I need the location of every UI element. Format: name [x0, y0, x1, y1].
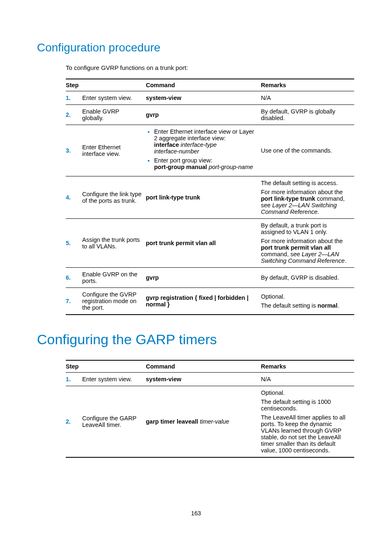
step-number: 2.: [66, 386, 82, 458]
page-number: 163: [0, 510, 392, 517]
table-row: 2. Configure the GARP LeaveAll timer. ga…: [66, 386, 354, 458]
procedure-table-1: Step Command Remarks 1. Enter system vie…: [66, 79, 354, 315]
remarks-text: By default, a trunk port is assigned to …: [261, 219, 354, 268]
remark-line: For more information about the port trun…: [261, 238, 350, 264]
remarks-text: By default, GVRP is globally disabled.: [261, 105, 354, 125]
command-text: Enter Ethernet interface view or Layer 2…: [146, 125, 261, 176]
command-text: garp timer leaveall timer-value: [146, 386, 261, 458]
cmd-italic: port-group-name: [209, 164, 253, 170]
step-number: 1.: [66, 373, 82, 386]
table-header-row: Step Command Remarks: [66, 360, 354, 373]
th-remarks: Remarks: [261, 360, 354, 373]
txt: command, see: [261, 251, 302, 257]
table-header-row: Step Command Remarks: [66, 79, 354, 91]
txt-bold: port trunk permit vlan all: [261, 244, 331, 251]
remarks-text: N/A: [261, 91, 354, 105]
step-text: Enter Ethernet interface view.: [82, 125, 146, 176]
page: Configuration procedure To configure GVR…: [0, 0, 392, 533]
bullet-item: Enter port group view: port-group manual…: [146, 157, 257, 170]
step-text: Enable GVRP on the ports.: [82, 268, 146, 288]
table-row: 1. Enter system view. system-view N/A: [66, 373, 354, 386]
intro-text: To configure GVRP functions on a trunk p…: [66, 64, 355, 71]
step-text: Configure the link type of the ports as …: [82, 176, 146, 219]
step-text: Enter system view.: [82, 373, 146, 386]
remark-line: The default setting is access.: [261, 180, 350, 186]
command-text: system-view: [146, 373, 261, 386]
remark-line: Optional.: [261, 293, 350, 300]
step-text: Enable GVRP globally.: [82, 105, 146, 125]
txt: .: [318, 209, 319, 215]
step-text: Enter system view.: [82, 91, 146, 105]
step-number: 6.: [66, 268, 82, 288]
cmd-bold: interface: [154, 141, 180, 148]
heading-garp-timers: Configuring the GARP timers: [37, 331, 355, 348]
txt: The default setting is: [261, 302, 318, 309]
remark-line: For more information about the port link…: [261, 189, 350, 215]
bullet-item: Enter Ethernet interface view or Layer 2…: [146, 128, 257, 155]
step-number: 1.: [66, 91, 82, 105]
th-remarks: Remarks: [261, 79, 354, 91]
remark-line: By default, a trunk port is assigned to …: [261, 222, 350, 235]
table-row: 5. Assign the trunk ports to all VLANs. …: [66, 219, 354, 268]
step-number: 4.: [66, 176, 82, 219]
txt-italic: Layer 2—LAN Switching Command Reference: [261, 202, 337, 215]
step-number: 2.: [66, 105, 82, 125]
step-text: Assign the trunk ports to all VLANs.: [82, 219, 146, 268]
bullet-text: Enter Ethernet interface view or Layer 2…: [154, 128, 254, 141]
cmd-bold: garp timer leaveall: [146, 418, 200, 425]
table-row: 3. Enter Ethernet interface view. Enter …: [66, 125, 354, 176]
remarks-text: N/A: [261, 373, 354, 386]
cmd-bold: port-group manual: [154, 164, 209, 170]
table-row: 7. Configure the GVRP registration mode …: [66, 288, 354, 315]
txt-bold: normal: [318, 302, 337, 309]
cmd-italic: interface-type: [180, 141, 217, 148]
remarks-text: By default, GVRP is disabled.: [261, 268, 354, 288]
command-text: gvrp: [146, 105, 261, 125]
command-text: port trunk permit vlan all: [146, 219, 261, 268]
command-text: port link-type trunk: [146, 176, 261, 219]
remarks-text: Use one of the commands.: [261, 125, 354, 176]
table-row: 4. Configure the link type of the ports …: [66, 176, 354, 219]
txt: For more information about the: [261, 189, 343, 195]
table-row: 2. Enable GVRP globally. gvrp By default…: [66, 105, 354, 125]
step-text: Configure the GARP LeaveAll timer.: [82, 386, 146, 458]
cmd-italic: interface-number: [154, 148, 199, 155]
remark-line: The default setting is 1000 centiseconds…: [261, 399, 350, 412]
command-text: gvrp: [146, 268, 261, 288]
th-step: Step: [66, 79, 146, 91]
remark-line: The default setting is normal.: [261, 302, 350, 309]
step-number: 3.: [66, 125, 82, 176]
txt: .: [345, 257, 346, 264]
table-row: 6. Enable GVRP on the ports. gvrp By def…: [66, 268, 354, 288]
procedure-table-2: Step Command Remarks 1. Enter system vie…: [66, 360, 354, 458]
remark-line: The LeaveAll timer applies to all ports.…: [261, 414, 350, 454]
txt: .: [337, 302, 339, 309]
remarks-text: Optional. The default setting is 1000 ce…: [261, 386, 354, 458]
remark-line: Optional.: [261, 389, 350, 396]
txt: For more information about the: [261, 238, 343, 244]
subheading-config-procedure: Configuration procedure: [37, 41, 355, 54]
remarks-text: Optional. The default setting is normal.: [261, 288, 354, 315]
txt-bold: port link-type trunk: [261, 195, 315, 202]
step-number: 5.: [66, 219, 82, 268]
command-text: system-view: [146, 91, 261, 105]
th-command: Command: [146, 79, 261, 91]
bullet-text: Enter port group view:: [154, 157, 212, 164]
table-row: 1. Enter system view. system-view N/A: [66, 91, 354, 105]
th-step: Step: [66, 360, 146, 373]
remarks-text: The default setting is access. For more …: [261, 176, 354, 219]
step-number: 7.: [66, 288, 82, 315]
step-text: Configure the GVRP registration mode on …: [82, 288, 146, 315]
th-command: Command: [146, 360, 261, 373]
command-text: gvrp registration { fixed | forbidden | …: [146, 288, 261, 315]
cmd-italic: timer-value: [200, 418, 229, 425]
